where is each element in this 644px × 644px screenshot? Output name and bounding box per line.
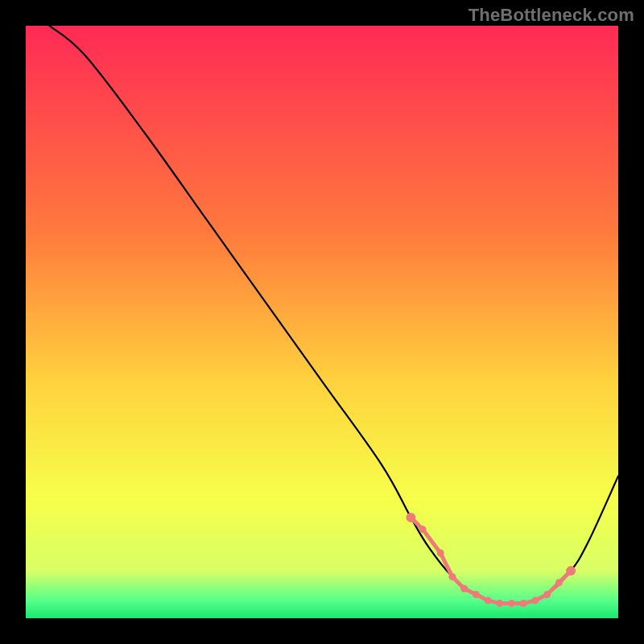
marker-dot	[566, 566, 576, 576]
marker-dot	[473, 591, 480, 598]
marker-dot	[406, 513, 415, 522]
marker-dot	[460, 585, 468, 592]
marker-dot	[520, 600, 527, 607]
marker-dot	[437, 550, 444, 557]
marker-dot	[485, 597, 492, 604]
chart-svg	[26, 26, 618, 618]
marker-dot	[496, 600, 503, 607]
marker-dot	[531, 597, 539, 604]
marker-dot	[555, 579, 563, 586]
marker-dot	[543, 591, 551, 598]
watermark-text: TheBottleneck.com	[469, 5, 634, 26]
chart-frame: TheBottleneck.com	[0, 0, 644, 644]
plot-area	[26, 26, 618, 618]
marker-dot	[419, 526, 427, 533]
marker-dot	[508, 600, 515, 607]
marker-dot	[448, 573, 456, 580]
gradient-background	[26, 26, 618, 618]
